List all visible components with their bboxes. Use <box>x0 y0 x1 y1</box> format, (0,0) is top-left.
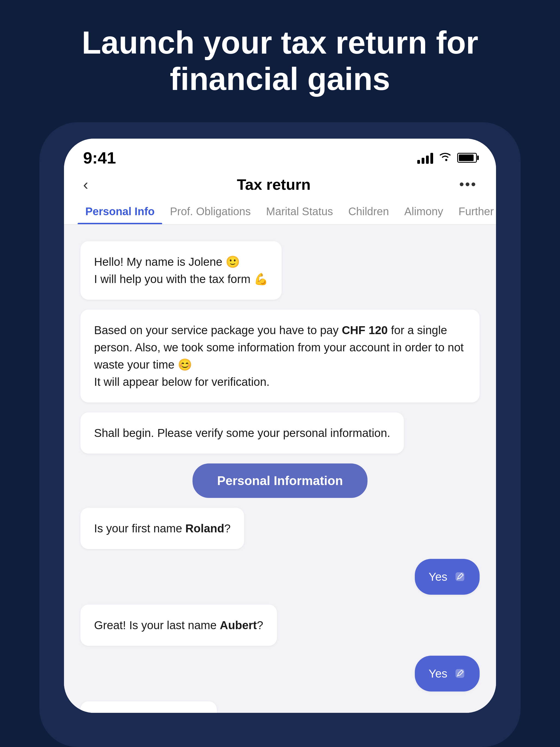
tab-prof-obligations[interactable]: Prof. Obligations <box>162 199 258 224</box>
signal-icon <box>417 152 433 164</box>
status-icons <box>417 150 477 165</box>
tab-bar: Personal Info Prof. Obligations Marital … <box>64 199 496 225</box>
firstname-text: Is your first name Roland? <box>94 522 230 535</box>
lastname-text: Great! Is your last name Aubert? <box>94 619 263 632</box>
chat-bubble-service: Based on your service package you have t… <box>80 310 480 403</box>
battery-icon <box>457 153 477 163</box>
tab-further[interactable]: Further | <box>451 199 496 224</box>
chat-bubble-user-yes-1[interactable]: Yes <box>415 559 480 595</box>
status-time: 9:41 <box>83 149 116 168</box>
svg-rect-1 <box>456 669 464 678</box>
wifi-icon <box>439 150 452 165</box>
more-button[interactable]: ••• <box>459 176 477 192</box>
tab-personal-info[interactable]: Personal Info <box>78 199 162 224</box>
status-bar: 9:41 <box>64 138 496 173</box>
tab-alimony[interactable]: Alimony <box>397 199 451 224</box>
phone-wrapper: 9:41 <box>40 122 520 747</box>
hero-title: Launch your tax return for financial gai… <box>34 25 526 98</box>
chat-bubble-begin: Shall begin. Please verify some your per… <box>80 412 404 454</box>
greeting-text: Hello! My name is Jolene 🙂I will help yo… <box>94 255 268 285</box>
chat-bubble-gender: Is your gender male? <box>80 701 217 713</box>
phone: 9:41 <box>64 138 496 713</box>
page-title: Tax return <box>237 176 311 193</box>
service-text: Based on your service package you have t… <box>94 324 464 388</box>
chat-bubble-lastname: Great! Is your last name Aubert? <box>80 604 277 646</box>
chat-bubble-user-yes-2[interactable]: Yes <box>415 656 480 692</box>
edit-icon-1 <box>454 571 466 583</box>
chat-bubble-firstname: Is your first name Roland? <box>80 508 244 549</box>
chat-bubble-greeting: Hello! My name is Jolene 🙂I will help yo… <box>80 241 282 300</box>
back-button[interactable]: ‹ <box>83 176 88 193</box>
svg-rect-0 <box>456 572 464 581</box>
personal-information-button[interactable]: Personal Information <box>193 463 367 498</box>
begin-text: Shall begin. Please verify some your per… <box>94 427 390 439</box>
chat-area: Hello! My name is Jolene 🙂I will help yo… <box>64 225 496 713</box>
tab-children[interactable]: Children <box>341 199 397 224</box>
user-yes-2-text: Yes <box>429 665 447 682</box>
edit-icon-2 <box>454 667 466 679</box>
user-yes-1-text: Yes <box>429 568 447 585</box>
app-header: ‹ Tax return ••• <box>64 173 496 199</box>
tab-marital-status[interactable]: Marital Status <box>258 199 341 224</box>
